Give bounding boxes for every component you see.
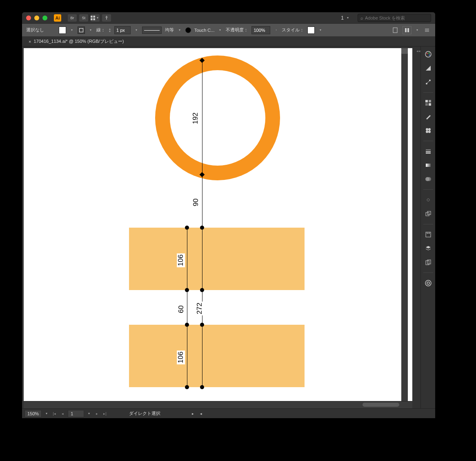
cloud-icon [425,279,432,287]
svg-point-13 [429,55,430,56]
artboards-button[interactable] [424,258,433,267]
status-scroll-left[interactable]: ◂ [198,411,204,417]
document-tab-bar: × 170416_1134.ai* @ 150% (RGB/プレビュー) [22,37,435,47]
stroke-swatch[interactable] [78,27,85,34]
svg-rect-2 [91,18,93,20]
artboard[interactable]: 192 90 272 106 60 106 [24,48,412,403]
style-label: スタイル： [282,27,304,33]
titlebar: Ai Br St ▾ 1 ▾ ⌕ [22,12,435,24]
artboard-number-field[interactable]: 1 [68,410,84,417]
svg-rect-18 [425,103,428,106]
palette-icon [425,51,432,58]
measure-anchor [200,385,204,389]
stroke-dropdown[interactable]: ▾ [88,28,93,32]
stroke-profile-dropdown[interactable]: ▾ [177,28,182,32]
svg-point-29 [427,177,431,181]
opacity-input[interactable] [251,26,270,34]
dock-collapse-handle[interactable]: ◂◂ [416,49,420,53]
zoom-dropdown[interactable]: ▾ [44,412,49,415]
brush-preview[interactable] [185,27,191,33]
svg-point-23 [428,131,431,133]
bridge-button[interactable]: Br [68,14,77,22]
measure-anchor [185,288,189,292]
style-swatch[interactable] [307,27,315,34]
path-panel-button[interactable] [424,78,433,86]
measure-label: 192 [191,111,200,125]
canvas-viewport[interactable]: 192 90 272 106 60 106 [22,47,420,408]
transparency-icon [425,176,432,182]
document-tab[interactable]: × 170416_1134.ai* @ 150% (RGB/プレビュー) [24,37,128,46]
styles-icon [425,211,432,217]
artboard-next-button[interactable]: ▸ [94,411,100,417]
swatches-panel-button[interactable] [424,98,433,107]
window-maximize-button[interactable] [42,16,47,20]
doc-setup-button[interactable] [391,26,399,34]
svg-rect-17 [429,100,431,102]
stroke-width-stepper[interactable]: ▲▼ [109,28,111,33]
rocket-icon [104,15,109,21]
color-guide-button[interactable] [424,64,433,73]
fill-swatch[interactable] [59,27,66,34]
libraries-button[interactable] [424,230,433,239]
fill-dropdown[interactable]: ▾ [69,28,74,32]
swatches-icon [425,100,432,106]
preferences-button[interactable] [403,26,411,34]
symbols-panel-button[interactable] [424,126,433,135]
color-panel-button[interactable] [424,50,433,59]
graphic-styles-button[interactable] [424,209,433,218]
horizontal-scrollbar-strip [24,401,412,408]
svg-point-36 [425,280,431,286]
svg-rect-5 [405,28,407,32]
status-bar: 150% ▾ |◂ ◂ 1 ▾ ▸ ▸| ダイレクト選択 ▸ ◂ [22,408,435,418]
transparency-panel-button[interactable] [424,175,433,184]
svg-point-37 [427,282,429,284]
zoom-value: 150% [27,411,39,416]
artboard-first-button[interactable]: |◂ [51,411,57,417]
stroke-width-input[interactable] [114,26,131,34]
window-close-button[interactable] [26,16,31,20]
workspace-switcher[interactable]: 1 ▾ [337,14,354,22]
tab-close-button[interactable]: × [29,39,31,44]
arrange-documents-button[interactable]: ▾ [91,14,100,22]
brush-dropdown[interactable]: ▾ [218,28,222,32]
control-bar: 選択なし ▾ ▾ 線： ▲▼ ▾ 均等 ▾ Touch C... ▾ 不透明度：… [22,24,435,37]
stroke-panel-button[interactable] [424,147,433,156]
svg-point-22 [426,131,428,133]
traffic-lights [26,16,47,20]
stock-search-input[interactable] [365,16,428,20]
stock-button[interactable]: St [79,14,88,22]
align-icon [404,27,410,33]
ring-shape[interactable] [155,55,280,180]
stroke-profile-label: 均等 [165,27,174,33]
pref-dropdown[interactable]: ▾ [415,28,420,32]
measure-anchor [185,226,189,230]
panel-menu-button[interactable] [423,26,431,34]
status-popup-button[interactable]: ▸ [190,411,196,417]
stroke-profile-preview[interactable] [142,27,162,34]
opacity-link[interactable]: › [274,28,278,32]
triangle-icon [425,65,432,71]
rectangle-1[interactable] [129,228,305,290]
zoom-field[interactable]: 150% [24,410,42,417]
artboard-last-button[interactable]: ▸| [102,411,108,417]
brush-icon [425,113,432,120]
gradient-panel-button[interactable] [424,161,433,170]
layers-button[interactable] [424,244,433,253]
style-dropdown[interactable]: ▾ [318,28,323,32]
svg-point-30 [427,199,429,201]
layers-icon [425,245,432,252]
scrollbar-thumb[interactable] [401,48,408,54]
brushes-panel-button[interactable] [424,112,433,121]
stroke-width-dropdown[interactable]: ▾ [134,28,139,32]
vertical-scrollbar[interactable] [401,48,408,403]
titlebar-toolstrip: Br St ▾ [68,14,111,22]
artboard-dropdown[interactable]: ▾ [87,412,91,415]
appearance-panel-button[interactable] [424,195,433,204]
rectangle-2[interactable] [129,325,305,387]
cc-button[interactable] [424,279,433,288]
stock-search[interactable]: ⌕ [358,14,431,22]
gpu-preview-button[interactable] [102,14,111,22]
scrollbar-thumb[interactable] [363,403,399,407]
artboard-prev-button[interactable]: ◂ [60,411,65,417]
window-minimize-button[interactable] [34,16,39,20]
